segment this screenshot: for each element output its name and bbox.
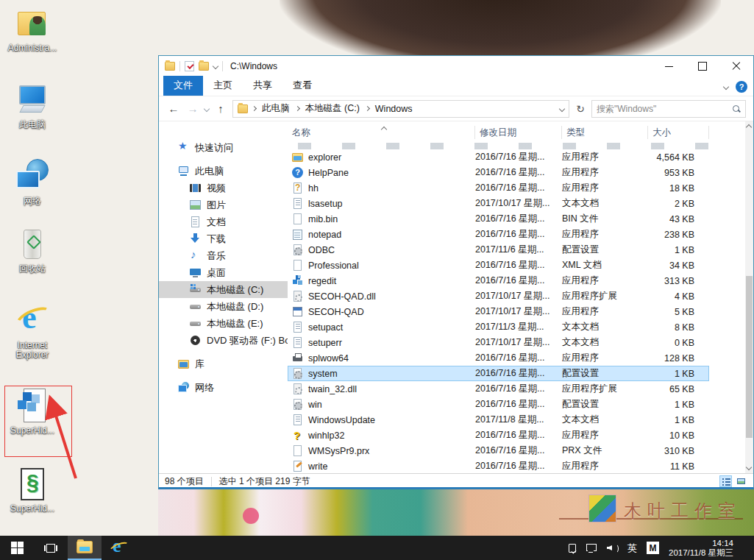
taskbar: 英 M 14:14 2017/11/8 星期三 <box>0 536 754 560</box>
file-row[interactable]: SECOH-QAD.dll 2017/10/17 星期... 应用程序扩展 4 … <box>288 288 709 304</box>
address-box[interactable]: 此电脑 本地磁盘 (C:) Windows <box>232 100 569 118</box>
file-row[interactable]: hh 2016/7/16 星期... 应用程序 18 KB <box>288 180 709 196</box>
file-row[interactable]: setupact 2017/11/3 星期... 文本文档 8 KB <box>288 319 709 335</box>
start-button[interactable] <box>0 536 34 560</box>
maximize-button[interactable] <box>686 56 719 77</box>
file-date: 2017/10/17 星期... <box>475 290 562 302</box>
file-date: 2017/10/17 星期... <box>475 197 562 210</box>
file-row[interactable]: splwow64 2016/7/16 星期... 应用程序 128 KB <box>288 350 709 366</box>
file-row[interactable]: mib.bin 2016/7/16 星期... BIN 文件 43 KB <box>288 211 709 227</box>
column-header-type[interactable]: 类型 <box>562 126 648 139</box>
desktop-icon[interactable]: Administra... <box>1 6 63 53</box>
minimize-ribbon-chevron-icon[interactable] <box>723 84 729 90</box>
file-date: 2016/7/16 星期... <box>475 166 562 179</box>
ribbon-tab[interactable]: 共享 <box>243 76 282 96</box>
sidebar-item[interactable]: 快速访问 <box>159 139 288 156</box>
file-row[interactable]: twain_32.dll 2016/7/16 星期... 应用程序扩展 65 K… <box>288 381 709 397</box>
sidebar-item[interactable]: 库 <box>159 355 288 372</box>
file-type-icon <box>292 322 303 333</box>
details-view-button[interactable] <box>719 475 732 487</box>
new-folder-button[interactable] <box>199 62 209 71</box>
sidebar-item[interactable]: 桌面 <box>159 264 288 281</box>
search-input[interactable] <box>597 104 732 114</box>
file-row[interactable]: win 2016/7/16 星期... 配置设置 1 KB <box>288 397 709 412</box>
sidebar-item[interactable]: 本地磁盘 (E:) <box>159 315 288 332</box>
recent-locations-chevron-icon[interactable] <box>204 105 210 111</box>
search-icon[interactable] <box>732 104 741 113</box>
network-status-icon[interactable] <box>586 543 597 553</box>
address-dropdown-chevron-icon[interactable] <box>559 105 565 111</box>
desktop-icon[interactable]: 此电脑 <box>1 82 63 130</box>
customize-qat-chevron-icon[interactable] <box>213 63 218 69</box>
file-row[interactable]: ODBC 2017/11/6 星期... 配置设置 1 KB <box>288 242 709 258</box>
sidebar-item[interactable]: 下载 <box>159 230 288 247</box>
file-type: 应用程序 <box>562 228 648 241</box>
close-button[interactable] <box>719 56 753 77</box>
file-row[interactable]: HelpPane 2016/7/16 星期... 应用程序 953 KB <box>288 165 709 180</box>
forward-icon[interactable]: → <box>185 102 200 115</box>
ribbon-tab[interactable]: 查看 <box>282 76 322 96</box>
ribbon-tab[interactable]: 主页 <box>203 76 243 96</box>
file-row[interactable]: SECOH-QAD 2017/10/17 星期... 应用程序 5 KB <box>288 304 709 319</box>
file-row[interactable]: WMSysPr9.prx 2016/7/16 星期... PRX 文件 310 … <box>288 443 709 458</box>
sidebar-item[interactable]: 文档 <box>159 213 288 230</box>
watermark-text: 木叶工作室 <box>624 499 741 522</box>
volume-icon[interactable] <box>607 543 618 553</box>
up-icon[interactable]: ↑ <box>213 102 228 115</box>
desktop-icon[interactable]: Internet Explorer <box>1 303 63 360</box>
scrollbar-thumb[interactable] <box>746 276 753 438</box>
language-indicator[interactable]: 英 <box>627 542 637 555</box>
breadcrumb-item[interactable]: Windows <box>366 104 413 114</box>
desktop-icon-image <box>15 227 50 262</box>
file-row[interactable]: winhlp32 2016/7/16 星期... 应用程序 10 KB <box>288 428 709 443</box>
breadcrumb-item[interactable]: 本地磁盘 (C:) <box>296 102 360 115</box>
sidebar-item[interactable]: 此电脑 <box>159 163 288 180</box>
file-row[interactable]: system 2016/7/16 星期... 配置设置 1 KB <box>288 366 709 381</box>
task-view-button[interactable] <box>34 536 68 560</box>
scroll-down-icon[interactable] <box>746 464 752 470</box>
file-row[interactable]: explorer 2016/7/16 星期... 应用程序 4,564 KB <box>288 149 709 165</box>
column-header-size[interactable]: 大小 <box>648 126 709 139</box>
file-row[interactable]: setuperr 2017/10/17 星期... 文本文档 0 KB <box>288 335 709 350</box>
thumbnails-view-button[interactable] <box>735 475 747 487</box>
ribbon-right-controls: ? <box>724 81 747 93</box>
sidebar-item[interactable]: 本地磁盘 (C:) <box>159 281 288 298</box>
file-row[interactable]: write 2016/7/16 星期... 应用程序 11 KB <box>288 458 709 473</box>
file-row[interactable]: lsasetup 2017/10/17 星期... 文本文档 2 KB <box>288 196 709 211</box>
desktop-icon[interactable]: SuperHid... <box>1 467 63 514</box>
usb-device-icon[interactable] <box>567 543 577 553</box>
file-row[interactable]: notepad 2016/7/16 星期... 应用程序 238 KB <box>288 227 709 242</box>
back-icon[interactable]: ← <box>166 102 181 115</box>
ime-indicator[interactable]: M <box>647 542 659 554</box>
sidebar-item[interactable]: 网络 <box>159 379 288 396</box>
sidebar-item[interactable]: 图片 <box>159 196 288 213</box>
breadcrumb-item[interactable]: 此电脑 <box>252 102 290 115</box>
file-row[interactable]: regedit 2016/7/16 星期... 应用程序 313 KB <box>288 273 709 288</box>
help-icon[interactable]: ? <box>736 81 747 93</box>
clock[interactable]: 14:14 2017/11/8 星期三 <box>669 539 733 558</box>
minimize-button[interactable] <box>652 56 686 77</box>
sidebar-item[interactable]: 本地磁盘 (D:) <box>159 298 288 315</box>
file-type: 文本文档 <box>562 197 648 210</box>
ribbon-tab[interactable]: 文件 <box>163 76 203 96</box>
taskbar-file-explorer[interactable] <box>68 536 102 560</box>
scroll-up-icon[interactable] <box>746 124 752 130</box>
sidebar-item[interactable]: 音乐 <box>159 247 288 264</box>
file-size: 11 KB <box>648 461 709 472</box>
sidebar-item[interactable]: DVD 驱动器 (F:) Bo <box>159 332 288 349</box>
desktop-icon[interactable]: 回收站 <box>1 227 63 274</box>
sidebar-item[interactable]: 视频 <box>159 180 288 196</box>
taskbar-internet-explorer[interactable] <box>102 536 135 560</box>
search-box[interactable] <box>591 100 746 118</box>
file-name-cell: explorer <box>288 152 475 163</box>
refresh-icon[interactable]: ↻ <box>574 103 587 115</box>
desktop-icon[interactable]: 网络 <box>1 159 63 206</box>
column-header-name[interactable]: 名称 <box>288 126 475 139</box>
file-row[interactable]: Professional 2016/7/16 星期... XML 文档 34 K… <box>288 258 709 273</box>
vertical-scrollbar[interactable] <box>745 121 753 473</box>
properties-button[interactable] <box>185 61 194 71</box>
column-header-date[interactable]: 修改日期 <box>475 126 562 139</box>
file-row[interactable]: WindowsUpdate 2017/11/8 星期... 文本文档 1 KB <box>288 412 709 428</box>
title-bar[interactable]: C:\Windows <box>159 56 753 77</box>
file-name-cell: regedit <box>288 275 475 286</box>
